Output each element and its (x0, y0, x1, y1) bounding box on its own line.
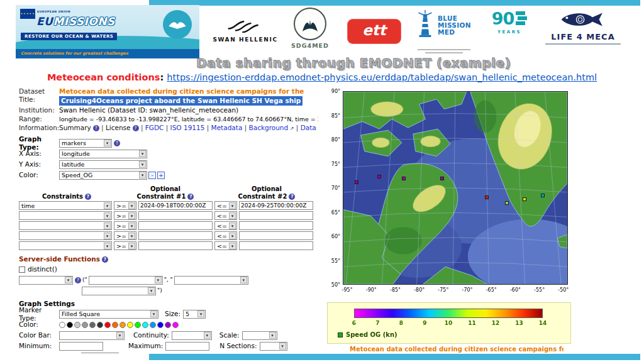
bottom-accent-bar (149, 354, 640, 360)
x-axis-select[interactable]: longitude▾ (59, 150, 147, 158)
constraint-value2-input[interactable] (239, 221, 313, 230)
color-swatch[interactable] (112, 322, 118, 328)
x-axis-label: -55° (534, 287, 545, 293)
constraint-value2-input[interactable] (239, 211, 313, 220)
x-axis-label: -90° (366, 287, 377, 293)
constraint-op2-select[interactable]: <=▾ (214, 201, 237, 210)
color-swatch[interactable] (119, 322, 126, 328)
help-icon[interactable]: ? (85, 194, 91, 200)
constraint-op2-select[interactable]: <=▾ (214, 231, 237, 240)
color-swatch[interactable] (67, 322, 73, 328)
erddap-url-link[interactable]: https://ingestion-erddap.emodnet-physics… (167, 72, 597, 82)
dropdown-arrow-icon: ▾ (240, 277, 247, 283)
add-variable-button[interactable]: + (157, 172, 165, 179)
help-icon[interactable]: ? (114, 140, 120, 146)
constraint-variable-select[interactable]: ▾ (19, 211, 112, 220)
constraint-value2-input[interactable]: 2024-09-25T00:00:00Z (239, 201, 313, 210)
color-swatch[interactable] (82, 322, 88, 328)
constraint-variable-select[interactable]: ▾ (19, 241, 112, 250)
color-swatch[interactable] (104, 322, 111, 328)
color-swatch[interactable] (127, 322, 133, 328)
dropdown-arrow-icon: ▾ (128, 202, 135, 209)
constraint-op2-select[interactable]: <=▾ (214, 211, 237, 220)
color-swatch[interactable] (89, 322, 96, 328)
constraint-value2-input[interactable] (239, 241, 313, 250)
container-bar (518, 16, 527, 20)
graph-type-select[interactable]: markers▾ (59, 139, 112, 148)
orderby-variable-select[interactable]: ▾ (82, 287, 156, 295)
legend-label: Speed OG (kn) (346, 331, 397, 338)
info-link-license[interactable]: License (106, 124, 131, 131)
dropdown-arrow-icon: ▾ (104, 212, 111, 219)
marker-type-select[interactable]: Filled Square▾ (59, 310, 158, 319)
size-select[interactable]: 5▾ (183, 310, 206, 319)
graph-type-label: Graph Type: (19, 135, 59, 151)
color-swatch[interactable] (157, 322, 164, 328)
constraint-op1-select[interactable]: >=▾ (114, 241, 136, 250)
orderby-variable-select[interactable]: ▾ (89, 276, 163, 285)
continuity-select[interactable]: ▾ (172, 331, 212, 340)
color-swatch[interactable] (97, 322, 103, 328)
constraint-variable-select[interactable]: ▾ (19, 231, 112, 240)
orderby-row-2: ▾ ") (19, 286, 318, 295)
dropdown-arrow-icon: ▾ (229, 212, 236, 219)
help-icon[interactable]: ? (75, 277, 81, 283)
bmm-line3: MED (438, 29, 471, 36)
constraint-value2-input[interactable] (239, 231, 313, 240)
constraint-value1-input[interactable] (138, 241, 213, 250)
constraint-op2-select[interactable]: <=▾ (214, 221, 237, 230)
info-link-fgdc[interactable]: FGDC (145, 124, 164, 131)
color-swatch[interactable] (135, 322, 141, 328)
dropdown-arrow-icon: ▾ (65, 277, 72, 283)
eu-banner-tagline: Concrete solutions for our greatest chal… (21, 51, 128, 56)
dropdown-arrow-icon: ▾ (155, 277, 162, 283)
color-swatch[interactable] (172, 322, 179, 328)
info-link-summary[interactable]: Summary (59, 124, 91, 131)
orderby-variable-select[interactable]: ▾ (174, 276, 248, 285)
minimum-input[interactable] (59, 342, 103, 351)
help-icon[interactable]: ? (93, 125, 99, 131)
color-swatch[interactable] (59, 322, 65, 328)
constraint-value1-input[interactable] (138, 231, 213, 240)
info-link-iso-19115[interactable]: ISO 19115 (170, 124, 205, 131)
orderby-function-select[interactable]: ▾ (19, 276, 73, 285)
colorbar-tick: 8 (399, 320, 403, 326)
information-links: Summary? | License? | FGDC | ISO 19115 |… (59, 124, 318, 133)
y-axis-label: 50° (331, 282, 340, 288)
info-link-background[interactable]: Background (249, 124, 289, 131)
remove-variable-button[interactable]: - (148, 172, 156, 179)
help-icon[interactable]: ? (289, 194, 295, 200)
constraint-op1-select[interactable]: >=▾ (114, 201, 136, 210)
color-axis-select[interactable]: Speed_OG▾ (59, 171, 147, 180)
constraint-op1-select[interactable]: >=▾ (114, 211, 136, 220)
color-bar-select[interactable]: ▾ (59, 331, 125, 340)
info-link-data-access-for[interactable]: Data Access For (301, 124, 318, 131)
y-axis-select[interactable]: latitude▾ (59, 160, 147, 169)
color-swatch[interactable] (142, 322, 148, 328)
color-swatch[interactable] (165, 322, 171, 328)
draw-land-mask-select[interactable]: ▾ (81, 353, 119, 354)
color-swatch[interactable] (74, 322, 80, 328)
color-swatch[interactable] (150, 322, 156, 328)
constraint-op1-select[interactable]: >=▾ (114, 221, 136, 230)
n-sections-select[interactable]: ▾ (260, 342, 287, 351)
distinct-checkbox[interactable] (19, 266, 25, 273)
constraint-value1-input[interactable] (138, 211, 213, 220)
info-link-metadata[interactable]: Metadata (211, 124, 243, 131)
help-icon[interactable]: ? (133, 125, 139, 131)
constraint-op2-select[interactable]: <=▾ (214, 241, 237, 250)
help-icon[interactable]: ? (102, 256, 108, 263)
dropdown-arrow-icon: ▾ (128, 233, 135, 239)
constraint-value1-input[interactable] (138, 221, 213, 230)
dropdown-arrow-icon: ▾ (148, 287, 155, 294)
ett-name: ett (362, 23, 386, 40)
constraint-value1-input[interactable]: 2024-09-18T00:00:00Z (138, 201, 213, 210)
anniversary-caption: YEARS (492, 30, 527, 35)
constraint-variable-select[interactable]: time▾ (19, 201, 112, 210)
constraint-op1-select[interactable]: >=▾ (114, 231, 136, 240)
constraint-variable-select[interactable]: ▾ (19, 221, 112, 230)
scale-select[interactable]: ▾ (242, 331, 277, 340)
help-icon[interactable]: ? (187, 194, 194, 200)
institution-row: Institution: Swan Hellenic (Dataset ID: … (19, 106, 318, 114)
maximum-input[interactable] (165, 342, 209, 351)
